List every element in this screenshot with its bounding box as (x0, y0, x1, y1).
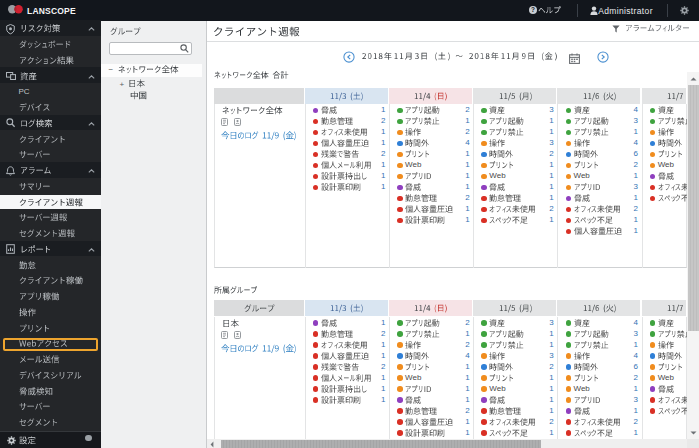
svg-text:?: ? (531, 7, 535, 14)
